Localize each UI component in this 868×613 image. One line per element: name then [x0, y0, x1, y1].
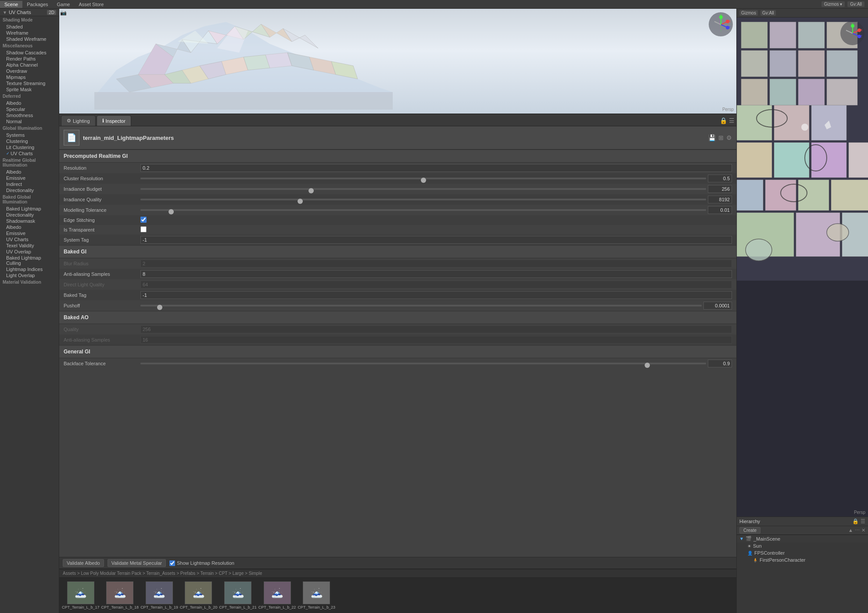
- is-transparent-checkbox[interactable]: [140, 226, 147, 232]
- asset-icon: 📄: [64, 130, 79, 146]
- bgi-light-overlap[interactable]: Light Overlap: [0, 272, 59, 278]
- svg-rect-52: [849, 143, 868, 178]
- asset-tile-0[interactable]: 🗻 CPT_Terrain_L_b_17: [62, 581, 100, 609]
- pushoff-slider[interactable]: [140, 305, 702, 306]
- deferred-albedo[interactable]: Albedo: [0, 100, 59, 106]
- uv-charts-header[interactable]: ▼ UV Charts 2D: [0, 9, 59, 16]
- scene-tab[interactable]: Scene: [0, 1, 22, 8]
- gi-clustering[interactable]: Clustering: [0, 138, 59, 144]
- mipmaps-item[interactable]: Mipmaps: [0, 74, 59, 80]
- is-transparent-row: Is Transparent: [59, 225, 736, 235]
- panel-tab-bar: ⚙ Lighting ℹ Inspector 🔒 ☰: [59, 114, 736, 126]
- maximize-icon[interactable]: ⊞: [718, 134, 724, 141]
- asset-tile-6[interactable]: 🗻 CPT_Terrain_L_b_23: [298, 581, 335, 609]
- asset-store-tab[interactable]: Asset Store: [74, 1, 108, 8]
- lock-icon[interactable]: 🔒: [720, 117, 727, 124]
- deferred-normal[interactable]: Normal: [0, 118, 59, 125]
- hierarchy-fps-controller-item[interactable]: 👤 FPSController: [737, 549, 868, 556]
- shading-wireframe[interactable]: Wireframe: [0, 30, 59, 36]
- persp-label: Persp: [722, 107, 734, 112]
- hierarchy-first-person-character-item[interactable]: 🧍 FirstPersonCharacter: [737, 556, 868, 563]
- hierarchy-lock-icon[interactable]: 🔒: [852, 518, 859, 524]
- asset-tile-5[interactable]: 🗻 CPT_Terrain_L_b_22: [258, 581, 296, 609]
- bgi-uv-overlap[interactable]: UV Overlap: [0, 249, 59, 255]
- bgi-texel-validity[interactable]: Texel Validity: [0, 242, 59, 249]
- irradiance-budget-value[interactable]: [708, 185, 732, 193]
- bgi-shadowmask[interactable]: Shadowmask: [0, 218, 59, 224]
- bgi-lightmap-indices[interactable]: Lightmap Indices: [0, 266, 59, 272]
- resolution-input[interactable]: [140, 164, 732, 172]
- game-tab[interactable]: Game: [53, 1, 75, 8]
- validate-albedo-button[interactable]: Validate Albedo: [63, 559, 104, 567]
- overdraw-item[interactable]: Overdraw: [0, 68, 59, 74]
- gi-lit-clustering[interactable]: Lit Clustering: [0, 144, 59, 150]
- bgi-emissive[interactable]: Emissive: [0, 230, 59, 236]
- rgi-emissive[interactable]: Emissive: [0, 175, 59, 181]
- bgi-albedo[interactable]: Albedo: [0, 224, 59, 230]
- svg-rect-56: [831, 180, 868, 210]
- deferred-smoothness[interactable]: Smoothness: [0, 112, 59, 118]
- hierarchy-menu-icon[interactable]: ☰: [861, 518, 865, 524]
- system-tag-input[interactable]: [140, 236, 732, 244]
- deferred-specular[interactable]: Specular: [0, 106, 59, 112]
- bgi-uv-charts[interactable]: UV Charts: [0, 236, 59, 242]
- hierarchy-close-btn[interactable]: ✕: [861, 527, 865, 533]
- bgi-lightmap[interactable]: Baked Lightmap: [0, 206, 59, 212]
- cluster-resolution-value[interactable]: [708, 175, 732, 182]
- save-preset-icon[interactable]: 💾: [708, 134, 716, 141]
- asset-tile-2[interactable]: 🗻 CPT_Terrain_L_b_19: [140, 581, 178, 609]
- cluster-resolution-slider[interactable]: [140, 178, 706, 179]
- hierarchy-scroll-top[interactable]: ▲: [848, 527, 853, 533]
- backface-tolerance-value[interactable]: [708, 360, 732, 367]
- right-viewport[interactable]: X Y Z Persp: [737, 18, 868, 517]
- asset-tile-1[interactable]: 🗻 CPT_Terrain_L_b_18: [101, 581, 139, 609]
- inspector-tab[interactable]: ℹ Inspector: [97, 115, 131, 126]
- shading-shaded[interactable]: Shaded: [0, 24, 59, 30]
- baked-tag-input[interactable]: [140, 291, 732, 299]
- hierarchy-scene-item[interactable]: ▼ 🎬 _MainScene: [737, 535, 868, 542]
- scene-viewport[interactable]: X Y Z Persp 📷: [59, 9, 736, 114]
- sprite-mask-item[interactable]: Sprite Mask: [0, 86, 59, 93]
- render-paths-item[interactable]: Render Paths: [0, 56, 59, 62]
- layout-all-button[interactable]: Gv:All: [847, 1, 864, 7]
- shadow-cascades-item[interactable]: Shadow Cascades: [0, 50, 59, 56]
- pushoff-value[interactable]: [703, 302, 732, 310]
- lighting-tab[interactable]: ⚙ Lighting: [61, 115, 96, 126]
- validate-metal-specular-button[interactable]: Validate Metal Specular: [108, 559, 166, 567]
- ao-aa-samples-label: Anti-aliasing Samples: [64, 337, 140, 342]
- asset-tile-3[interactable]: 🗻 CPT_Terrain_L_b_20: [180, 581, 218, 609]
- irradiance-quality-value[interactable]: [708, 196, 732, 203]
- asset-tile-4[interactable]: 🗻 CPT_Terrain_L_b_21: [219, 581, 257, 609]
- bgi-directionality[interactable]: Directionality: [0, 212, 59, 218]
- irradiance-budget-label: Irradiance Budget: [64, 186, 140, 192]
- gi-uv-charts[interactable]: ✓UV Charts: [0, 150, 59, 157]
- bgi-lightmap-culling[interactable]: Baked Lightmap Culling: [0, 255, 59, 266]
- hierarchy-create-button[interactable]: Create: [739, 527, 760, 534]
- settings-gear-icon[interactable]: ⚙: [726, 134, 732, 141]
- gizmos-button[interactable]: Gizmos ▾: [821, 1, 845, 7]
- right-gizmos-button[interactable]: Gizmos: [739, 10, 758, 16]
- hierarchy-sun-item[interactable]: ☀ Sun: [737, 542, 868, 549]
- ao-quality-row: Quality: [59, 324, 736, 335]
- rgi-directionality[interactable]: Directionality: [0, 187, 59, 193]
- right-gv-all[interactable]: Gv:All: [760, 10, 776, 16]
- rgi-albedo[interactable]: Albedo: [0, 169, 59, 175]
- aa-samples-input[interactable]: [140, 270, 732, 278]
- edge-stitching-checkbox[interactable]: [140, 217, 147, 223]
- rgi-indirect[interactable]: Indirect: [0, 181, 59, 187]
- irradiance-quality-slider[interactable]: [140, 199, 706, 200]
- show-lightmap-resolution-checkbox[interactable]: [169, 560, 175, 566]
- irradiance-budget-slider[interactable]: [140, 188, 706, 190]
- backface-tolerance-slider[interactable]: [140, 363, 706, 364]
- hierarchy-scroll-btn[interactable]: ⋯: [855, 527, 860, 533]
- shading-wireframe-shaded[interactable]: Shaded Wireframe: [0, 36, 59, 42]
- direct-light-quality-label: Direct Light Quality: [64, 282, 140, 287]
- gi-systems[interactable]: Systems: [0, 132, 59, 138]
- hamburger-icon[interactable]: ☰: [729, 117, 735, 124]
- texture-streaming-item[interactable]: Texture Streaming: [0, 80, 59, 86]
- modelling-tolerance-slider[interactable]: [140, 209, 706, 211]
- alpha-channel-item[interactable]: Alpha Channel: [0, 62, 59, 68]
- packages-tab[interactable]: Packages: [22, 1, 52, 8]
- modelling-tolerance-value[interactable]: [708, 206, 732, 214]
- svg-rect-38: [741, 50, 768, 77]
